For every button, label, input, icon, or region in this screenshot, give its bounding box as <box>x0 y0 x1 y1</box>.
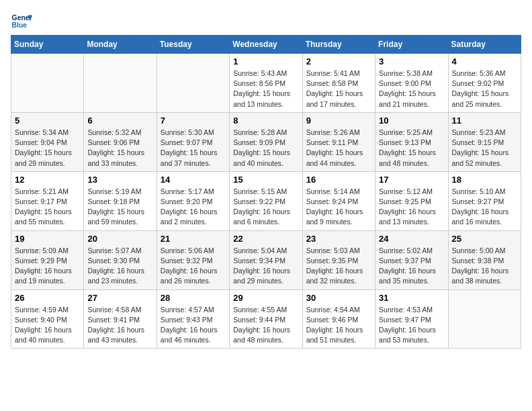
day-header-sunday: Sunday <box>11 36 84 54</box>
day-number: 8 <box>233 116 298 126</box>
day-number: 4 <box>452 56 517 66</box>
calendar-cell: 18Sunrise: 5:10 AM Sunset: 9:27 PM Dayli… <box>448 171 521 230</box>
day-info: Sunrise: 5:21 AM Sunset: 9:17 PM Dayligh… <box>15 187 80 228</box>
day-info: Sunrise: 5:12 AM Sunset: 9:25 PM Dayligh… <box>379 187 444 228</box>
day-info: Sunrise: 5:06 AM Sunset: 9:32 PM Dayligh… <box>161 246 226 287</box>
day-info: Sunrise: 5:26 AM Sunset: 9:11 PM Dayligh… <box>306 128 371 169</box>
week-row-4: 19Sunrise: 5:09 AM Sunset: 9:29 PM Dayli… <box>11 230 521 289</box>
calendar-cell: 26Sunrise: 4:59 AM Sunset: 9:40 PM Dayli… <box>11 289 84 349</box>
day-number: 6 <box>87 116 152 126</box>
calendar-table: SundayMondayTuesdayWednesdayThursdayFrid… <box>11 35 521 349</box>
header: General Blue <box>11 11 521 32</box>
day-number: 26 <box>15 293 80 303</box>
calendar-cell <box>448 289 521 349</box>
day-number: 19 <box>15 234 80 244</box>
day-number: 11 <box>452 116 517 126</box>
calendar-cell: 22Sunrise: 5:04 AM Sunset: 9:34 PM Dayli… <box>230 230 302 289</box>
day-info: Sunrise: 5:04 AM Sunset: 9:34 PM Dayligh… <box>233 246 298 287</box>
calendar-cell: 14Sunrise: 5:17 AM Sunset: 9:20 PM Dayli… <box>157 171 229 230</box>
day-header-tuesday: Tuesday <box>157 36 229 54</box>
day-info: Sunrise: 5:23 AM Sunset: 9:15 PM Dayligh… <box>452 128 517 169</box>
calendar-cell: 16Sunrise: 5:14 AM Sunset: 9:24 PM Dayli… <box>302 171 375 230</box>
day-number: 20 <box>87 234 152 244</box>
calendar-cell: 10Sunrise: 5:25 AM Sunset: 9:13 PM Dayli… <box>375 112 448 171</box>
day-info: Sunrise: 5:15 AM Sunset: 9:22 PM Dayligh… <box>233 187 298 228</box>
day-number: 24 <box>379 234 444 244</box>
calendar-cell: 3Sunrise: 5:38 AM Sunset: 9:00 PM Daylig… <box>375 54 448 113</box>
day-number: 27 <box>87 293 152 303</box>
calendar-cell <box>157 54 229 113</box>
day-info: Sunrise: 5:41 AM Sunset: 8:58 PM Dayligh… <box>306 68 371 109</box>
day-info: Sunrise: 5:38 AM Sunset: 9:00 PM Dayligh… <box>379 68 444 109</box>
calendar-cell: 27Sunrise: 4:58 AM Sunset: 9:41 PM Dayli… <box>84 289 157 349</box>
day-number: 1 <box>233 56 298 66</box>
calendar-cell: 8Sunrise: 5:28 AM Sunset: 9:09 PM Daylig… <box>230 112 302 171</box>
calendar-cell: 24Sunrise: 5:02 AM Sunset: 9:37 PM Dayli… <box>375 230 448 289</box>
day-number: 7 <box>161 116 226 126</box>
day-info: Sunrise: 4:57 AM Sunset: 9:43 PM Dayligh… <box>161 305 226 346</box>
day-info: Sunrise: 5:09 AM Sunset: 9:29 PM Dayligh… <box>15 246 80 287</box>
day-number: 16 <box>306 175 371 185</box>
day-info: Sunrise: 5:30 AM Sunset: 9:07 PM Dayligh… <box>161 128 226 169</box>
day-info: Sunrise: 5:34 AM Sunset: 9:04 PM Dayligh… <box>15 128 80 169</box>
calendar-cell: 11Sunrise: 5:23 AM Sunset: 9:15 PM Dayli… <box>448 112 521 171</box>
day-number: 14 <box>161 175 226 185</box>
day-header-thursday: Thursday <box>302 36 375 54</box>
day-info: Sunrise: 5:02 AM Sunset: 9:37 PM Dayligh… <box>379 246 444 287</box>
day-info: Sunrise: 4:59 AM Sunset: 9:40 PM Dayligh… <box>15 305 80 346</box>
calendar-cell: 1Sunrise: 5:43 AM Sunset: 8:56 PM Daylig… <box>230 54 302 113</box>
logo: General Blue <box>11 11 32 32</box>
calendar-cell: 2Sunrise: 5:41 AM Sunset: 8:58 PM Daylig… <box>302 54 375 113</box>
calendar-cell: 9Sunrise: 5:26 AM Sunset: 9:11 PM Daylig… <box>302 112 375 171</box>
calendar-cell: 20Sunrise: 5:07 AM Sunset: 9:30 PM Dayli… <box>84 230 157 289</box>
calendar-cell: 12Sunrise: 5:21 AM Sunset: 9:17 PM Dayli… <box>11 171 84 230</box>
calendar-cell: 28Sunrise: 4:57 AM Sunset: 9:43 PM Dayli… <box>157 289 229 349</box>
day-number: 3 <box>379 56 444 66</box>
day-number: 22 <box>233 234 298 244</box>
day-number: 23 <box>306 234 371 244</box>
day-number: 12 <box>15 175 80 185</box>
calendar-cell: 13Sunrise: 5:19 AM Sunset: 9:18 PM Dayli… <box>84 171 157 230</box>
day-info: Sunrise: 5:43 AM Sunset: 8:56 PM Dayligh… <box>233 68 298 109</box>
calendar-cell: 4Sunrise: 5:36 AM Sunset: 9:02 PM Daylig… <box>448 54 521 113</box>
logo-icon: General Blue <box>11 11 32 32</box>
day-info: Sunrise: 5:14 AM Sunset: 9:24 PM Dayligh… <box>306 187 371 228</box>
day-info: Sunrise: 5:19 AM Sunset: 9:18 PM Dayligh… <box>87 187 152 228</box>
svg-text:Blue: Blue <box>12 21 28 29</box>
day-header-saturday: Saturday <box>448 36 521 54</box>
calendar-cell: 6Sunrise: 5:32 AM Sunset: 9:06 PM Daylig… <box>84 112 157 171</box>
day-info: Sunrise: 5:32 AM Sunset: 9:06 PM Dayligh… <box>87 128 152 169</box>
calendar-cell: 30Sunrise: 4:54 AM Sunset: 9:46 PM Dayli… <box>302 289 375 349</box>
day-header-monday: Monday <box>84 36 157 54</box>
day-number: 17 <box>379 175 444 185</box>
calendar-cell: 29Sunrise: 4:55 AM Sunset: 9:44 PM Dayli… <box>230 289 302 349</box>
day-header-friday: Friday <box>375 36 448 54</box>
day-number: 15 <box>233 175 298 185</box>
day-number: 13 <box>87 175 152 185</box>
day-info: Sunrise: 4:54 AM Sunset: 9:46 PM Dayligh… <box>306 305 371 346</box>
day-number: 30 <box>306 293 371 303</box>
day-info: Sunrise: 4:55 AM Sunset: 9:44 PM Dayligh… <box>233 305 298 346</box>
day-info: Sunrise: 5:28 AM Sunset: 9:09 PM Dayligh… <box>233 128 298 169</box>
day-number: 5 <box>15 116 80 126</box>
day-info: Sunrise: 4:53 AM Sunset: 9:47 PM Dayligh… <box>379 305 444 346</box>
calendar-cell: 7Sunrise: 5:30 AM Sunset: 9:07 PM Daylig… <box>157 112 229 171</box>
day-number: 29 <box>233 293 298 303</box>
calendar-cell <box>11 54 84 113</box>
day-info: Sunrise: 4:58 AM Sunset: 9:41 PM Dayligh… <box>87 305 152 346</box>
week-row-1: 1Sunrise: 5:43 AM Sunset: 8:56 PM Daylig… <box>11 54 521 113</box>
header-row: SundayMondayTuesdayWednesdayThursdayFrid… <box>11 36 521 54</box>
day-info: Sunrise: 5:17 AM Sunset: 9:20 PM Dayligh… <box>161 187 226 228</box>
day-number: 28 <box>161 293 226 303</box>
day-info: Sunrise: 5:07 AM Sunset: 9:30 PM Dayligh… <box>87 246 152 287</box>
day-number: 2 <box>306 56 371 66</box>
day-number: 21 <box>161 234 226 244</box>
calendar-cell: 17Sunrise: 5:12 AM Sunset: 9:25 PM Dayli… <box>375 171 448 230</box>
calendar-cell: 15Sunrise: 5:15 AM Sunset: 9:22 PM Dayli… <box>230 171 302 230</box>
calendar-cell <box>84 54 157 113</box>
day-info: Sunrise: 5:25 AM Sunset: 9:13 PM Dayligh… <box>379 128 444 169</box>
day-info: Sunrise: 5:10 AM Sunset: 9:27 PM Dayligh… <box>452 187 517 228</box>
day-number: 18 <box>452 175 517 185</box>
calendar-cell: 19Sunrise: 5:09 AM Sunset: 9:29 PM Dayli… <box>11 230 84 289</box>
calendar-cell: 31Sunrise: 4:53 AM Sunset: 9:47 PM Dayli… <box>375 289 448 349</box>
